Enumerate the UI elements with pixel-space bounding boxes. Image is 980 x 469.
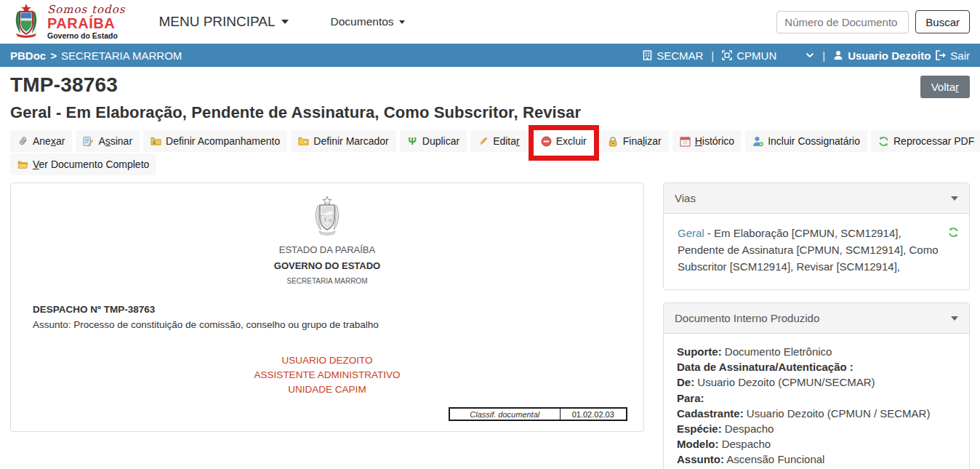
logged-user-name[interactable]: Usuario Dezoito (848, 49, 931, 62)
via-geral-link[interactable]: Geral (678, 227, 704, 239)
logo-gov-text: Governo do Estado (47, 32, 125, 40)
right-sidebar: Vias Geral - Em Elaboração [CPMUN, SCM12… (663, 183, 970, 469)
info-field: Cadastrante: Usuario Dezoito (CPMUN / SE… (677, 406, 956, 421)
info-field: Espécie: Despacho (677, 421, 956, 436)
despacho-heading: DESPACHO Nº TMP-38763 (33, 304, 627, 315)
toolbar-row-2: Ver Documento Completo (10, 153, 970, 174)
minus-circle-icon (541, 136, 552, 147)
vias-panel: Vias Geral - Em Elaboração [CPMUN, SCM12… (663, 183, 970, 290)
toolbar-button-editar[interactable]: Editar (470, 130, 527, 152)
refresh-icon[interactable] (948, 225, 959, 242)
assunto-line: Assunto: Processo de constituição de com… (33, 319, 627, 330)
caret-down-icon (399, 20, 405, 24)
vias-panel-header[interactable]: Vias (664, 183, 969, 214)
sair-link[interactable]: Sair (950, 49, 970, 62)
separator-pipe: | (711, 49, 714, 62)
documentos-dropdown[interactable]: Documentos (331, 15, 405, 28)
sign-icon (83, 136, 94, 147)
documento-interno-panel-body: Suporte: Documento EletrônicoData de Ass… (664, 334, 969, 469)
app-name-link[interactable]: PBDoc (10, 49, 46, 62)
pencil-icon (478, 136, 489, 147)
lotacao-icon (722, 50, 732, 60)
lock-icon (608, 136, 619, 147)
signature-unit: UNIDADE CAPIM (27, 382, 627, 397)
toolbar-button-reprocessar-pdf[interactable]: Reprocessar PDF (871, 130, 980, 152)
document-number-input[interactable] (776, 11, 909, 33)
excluir-highlight-annotation: Excluir (529, 125, 599, 161)
user-icon (833, 50, 843, 60)
paraiba-logo: Somos todos PARAÍBA Governo do Estado (10, 3, 125, 41)
toolbar-button-assinar[interactable]: Assinar (76, 130, 140, 152)
orgao-label[interactable]: SECMAR (656, 49, 703, 62)
info-field: Data de Assinatura/Autenticação : (677, 359, 956, 374)
toolbar-row-1: AnexarAssinarDefinir AcompanhamentoDefin… (10, 130, 970, 152)
chevron-down-icon[interactable] (806, 52, 814, 58)
toolbar-button-incluir-cossignatario[interactable]: Incluir Cossignatário (745, 130, 867, 152)
paraiba-coat-of-arms-icon (10, 3, 42, 41)
via-status-text: - Em Elaboração [CPMUN, SCM12914], Pende… (678, 227, 939, 273)
documento-interno-panel: Documento Interno Produzido Suporte: Doc… (663, 302, 970, 469)
folder-tag-icon (298, 136, 309, 147)
info-field: Suporte: Documento Eletrônico (677, 344, 956, 359)
document-status-subtitle: Geral - Em Elaboração, Pendente de Assin… (10, 103, 970, 122)
buscar-button[interactable]: Buscar (915, 10, 970, 33)
paperclip-icon (17, 136, 28, 147)
toolbar-button-historico[interactable]: Histórico (672, 130, 742, 152)
info-field: Assunto: Ascensão Funcional (677, 452, 956, 467)
main-content: TMP-38763 Voltar Geral - Em Elaboração, … (0, 67, 980, 469)
documento-interno-panel-header[interactable]: Documento Interno Produzido (664, 303, 969, 334)
logout-icon (935, 50, 946, 60)
menu-principal-dropdown[interactable]: MENU PRINCIPAL (158, 14, 288, 30)
refresh-icon (878, 136, 889, 147)
page-title: TMP-38763 (10, 73, 118, 97)
classificacao-table: Classif. documental 01.02.02.03 (449, 407, 627, 421)
toolbar-button-finalizar[interactable]: Finalizar (601, 130, 669, 152)
separator-pipe: | (822, 49, 825, 62)
lotacao-label[interactable]: CPMUN (736, 49, 776, 62)
org-line-governo: GOVERNO DO ESTADO (27, 260, 627, 271)
classif-value-cell: 01.02.02.03 (560, 408, 627, 420)
signature-name: USUARIO DEZOITO (27, 353, 627, 368)
org-line-secretaria: SECRETARIA MARROM (27, 277, 627, 285)
document-preview-panel: ESTADO DA PARAÍBA GOVERNO DO ESTADO SECR… (10, 183, 644, 432)
vias-panel-body: Geral - Em Elaboração [CPMUN, SCM12914],… (664, 214, 969, 289)
toolbar-button-anexar[interactable]: Anexar (10, 130, 72, 152)
documento-interno-panel-title: Documento Interno Produzido (675, 312, 819, 324)
signature-role: ASSISTENTE ADMINISTRATIVO (27, 368, 627, 382)
info-field: Para: (677, 390, 956, 406)
vias-panel-title: Vias (675, 192, 696, 204)
classif-label-cell: Classif. documental (449, 408, 560, 420)
logo-script-text: Somos todos (47, 4, 125, 15)
toolbar-button-excluir[interactable]: Excluir (534, 130, 594, 152)
top-header: Somos todos PARAÍBA Governo do Estado ME… (0, 0, 980, 44)
signature-block: USUARIO DEZOITO ASSISTENTE ADMINISTRATIV… (27, 353, 627, 397)
breadcrumb-bar: PBDoc > SECRETARIA MARROM SECMAR | CPMUN… (0, 44, 980, 67)
chevron-down-icon (951, 316, 958, 321)
toolbar-button-duplicar[interactable]: ΨDuplicar (400, 130, 467, 152)
building-icon (643, 50, 652, 60)
documentos-label: Documentos (331, 15, 394, 28)
folder-user-icon (150, 136, 161, 147)
info-field: De: Usuario Dezoito (CPMUN/SECMAR) (677, 374, 956, 390)
toolbar-button-definir-acompanhamento[interactable]: Definir Acompanhamento (143, 130, 287, 152)
duplicate-icon: Ψ (407, 136, 418, 147)
caret-down-icon (281, 20, 289, 24)
user-plus-icon (752, 136, 763, 147)
history-icon (680, 136, 691, 147)
org-line-estado: ESTADO DA PARAÍBA (27, 244, 627, 255)
breadcrumb-separator: > (50, 49, 57, 62)
breadcrumb-section: SECRETARIA MARROM (61, 49, 182, 62)
logo-brand-text: PARAÍBA (47, 16, 125, 31)
toolbar-button-ver-documento-completo[interactable]: Ver Documento Completo (10, 153, 156, 175)
voltar-button[interactable]: Voltar (920, 76, 970, 98)
toolbar-button-definir-marcador[interactable]: Definir Marcador (291, 130, 395, 152)
chevron-down-icon (951, 196, 958, 201)
menu-principal-label: MENU PRINCIPAL (158, 14, 275, 30)
folder-open-icon (17, 159, 28, 170)
info-field: Modelo: Despacho (677, 436, 956, 452)
state-coat-of-arms-icon (300, 195, 354, 240)
